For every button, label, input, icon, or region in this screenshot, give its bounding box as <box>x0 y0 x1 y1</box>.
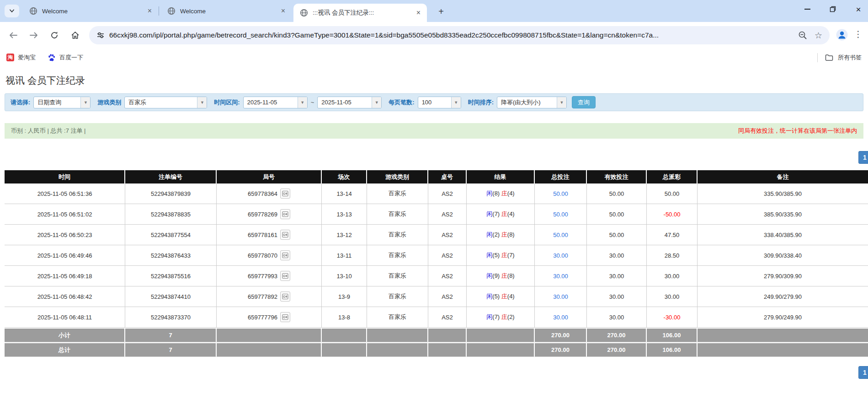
window-controls: × <box>801 0 864 18</box>
cell-round-number: 659778070 <box>217 245 322 266</box>
total-bet-link[interactable]: 30.00 <box>553 293 568 300</box>
home-button[interactable] <box>68 28 82 42</box>
chevron-down-icon[interactable]: ▼ <box>298 97 307 108</box>
cell-note: 385.90/335.90 <box>698 204 868 225</box>
tab-close-icon[interactable]: × <box>415 9 422 17</box>
result-banker: 庄 <box>501 210 507 217</box>
sort-order-select[interactable]: 降幂(由大到小) ▼ <box>497 97 567 108</box>
back-button[interactable] <box>6 28 20 42</box>
total-row-cell <box>322 342 367 357</box>
cell-game-type: 百家乐 <box>367 204 428 225</box>
cell-session: 13-11 <box>322 245 367 266</box>
url-text[interactable]: 66cxkj98.com/ipl/portal.php/game/betreco… <box>109 31 793 39</box>
column-header: 游戏类别 <box>367 170 428 183</box>
window-close-button[interactable]: × <box>852 3 864 15</box>
page-title: 视讯 会员下注纪录 <box>5 74 85 87</box>
total-row-cell: 总计 <box>5 342 125 357</box>
query-button[interactable]: 查询 <box>572 96 596 108</box>
column-header: 有效投注 <box>587 170 647 183</box>
cell-game-type: 百家乐 <box>367 245 428 266</box>
game-type-select[interactable]: 百家乐 ▼ <box>124 97 207 108</box>
date-to-value: 2025-11-05 <box>318 97 372 108</box>
bookmark-baidu[interactable]: 百度一下 <box>48 54 83 62</box>
date-to-select[interactable]: 2025-11-05 ▼ <box>317 97 382 108</box>
total-bet-link[interactable]: 50.00 <box>553 211 568 218</box>
profile-avatar[interactable] <box>836 29 848 43</box>
result-banker: 庄 <box>501 313 507 320</box>
tab-bet-record-active[interactable]: :::视讯 会员下注纪录::: × <box>293 4 427 22</box>
baidu-paw-icon <box>48 54 56 62</box>
chevron-down-icon[interactable]: ▼ <box>197 97 207 108</box>
video-replay-button[interactable] <box>280 271 290 281</box>
total-bet-link[interactable]: 50.00 <box>553 232 568 238</box>
video-replay-button[interactable] <box>280 230 290 240</box>
total-bet-link[interactable]: 50.00 <box>553 190 568 197</box>
tab-close-icon[interactable]: × <box>146 7 154 15</box>
home-icon <box>71 31 80 39</box>
pagination-page-1-bottom[interactable]: 1 <box>858 366 868 379</box>
cell-payout: 30.00 <box>647 286 698 307</box>
round-number-group: 659778161 <box>248 230 290 240</box>
total-bet-link[interactable]: 30.00 <box>553 252 568 259</box>
result-banker: 庄 <box>501 252 507 259</box>
cell-time: 2025-11-05 06:48:11 <box>5 307 125 328</box>
new-tab-button[interactable]: + <box>435 5 447 17</box>
tab-welcome-2[interactable]: Welcome × <box>161 0 292 22</box>
result-player: 闲 <box>486 272 492 279</box>
chevron-down-icon[interactable]: ▼ <box>451 97 461 108</box>
column-header: 局号 <box>217 170 322 183</box>
page-size-select[interactable]: 100 ▼ <box>418 97 461 108</box>
round-number-group: 659778070 <box>248 250 290 260</box>
query-type-value: 日期查询 <box>34 97 80 108</box>
window-maximize-button[interactable] <box>827 3 839 15</box>
bookmark-label: 爱淘宝 <box>18 54 36 62</box>
tab-welcome-1[interactable]: Welcome × <box>23 0 158 22</box>
cell-bet-number: 522943873370 <box>125 307 217 328</box>
pagination-page-1-top[interactable]: 1 <box>858 151 868 164</box>
browser-menu-button[interactable]: ⋮ <box>854 29 863 39</box>
cell-valid-bet: 30.00 <box>587 266 647 286</box>
cell-session: 13-10 <box>322 266 367 286</box>
video-replay-button[interactable] <box>280 312 290 322</box>
tab-close-icon[interactable]: × <box>279 7 287 15</box>
chevron-down-icon[interactable]: ▼ <box>80 97 90 108</box>
tab-search-button[interactable] <box>5 5 19 17</box>
cell-table-number: AS2 <box>428 183 467 204</box>
query-type-select[interactable]: 日期查询 ▼ <box>33 97 91 108</box>
film-icon <box>282 314 288 320</box>
subtotal-row-cell <box>322 328 367 342</box>
table-row: 2025-11-05 06:49:18522943875516659777993… <box>5 266 868 286</box>
cell-valid-bet: 30.00 <box>587 307 647 328</box>
reload-button[interactable] <box>48 28 61 42</box>
forward-button[interactable] <box>27 28 41 42</box>
subtotal-row-cell <box>428 328 467 342</box>
all-bookmarks[interactable]: 所有书签 <box>817 53 862 62</box>
total-row-cell: 270.00 <box>535 342 587 357</box>
subtotal-row-cell <box>367 328 428 342</box>
cell-round-number: 659778269 <box>217 204 322 225</box>
cell-time: 2025-11-05 06:49:18 <box>5 266 125 286</box>
cell-payout: -30.00 <box>647 307 698 328</box>
cell-note: 309.90/338.40 <box>698 245 868 266</box>
cell-table-number: AS2 <box>428 266 467 286</box>
window-minimize-button[interactable] <box>801 3 813 15</box>
video-replay-button[interactable] <box>280 189 290 199</box>
total-bet-link[interactable]: 30.00 <box>553 314 568 321</box>
video-replay-button[interactable] <box>280 291 290 302</box>
cell-valid-bet: 50.00 <box>587 183 647 204</box>
total-bet-link[interactable]: 30.00 <box>553 273 568 280</box>
video-replay-button[interactable] <box>280 250 290 260</box>
cell-game-type: 百家乐 <box>367 307 428 328</box>
subtotal-row-cell <box>467 328 535 342</box>
chevron-down-icon[interactable]: ▼ <box>372 97 381 108</box>
bookmark-star-icon[interactable]: ☆ <box>815 30 822 41</box>
chevron-down-icon[interactable]: ▼ <box>557 97 566 108</box>
browser-tab-strip: Welcome × Welcome × :::视讯 会员下注纪录::: × + <box>0 0 868 22</box>
bet-record-table: 时间注单编号局号场次游戏类别桌号结果总投注有效投注总派彩备注 2025-11-0… <box>5 170 868 357</box>
bookmark-aitaobao[interactable]: 淘 爱淘宝 <box>6 54 36 62</box>
video-replay-button[interactable] <box>280 209 290 219</box>
date-from-select[interactable]: 2025-11-05 ▼ <box>243 97 308 108</box>
cell-total-bet: 30.00 <box>535 286 587 307</box>
zoom-out-icon[interactable] <box>798 31 807 40</box>
address-bar[interactable]: 66cxkj98.com/ipl/portal.php/game/betreco… <box>89 26 830 44</box>
